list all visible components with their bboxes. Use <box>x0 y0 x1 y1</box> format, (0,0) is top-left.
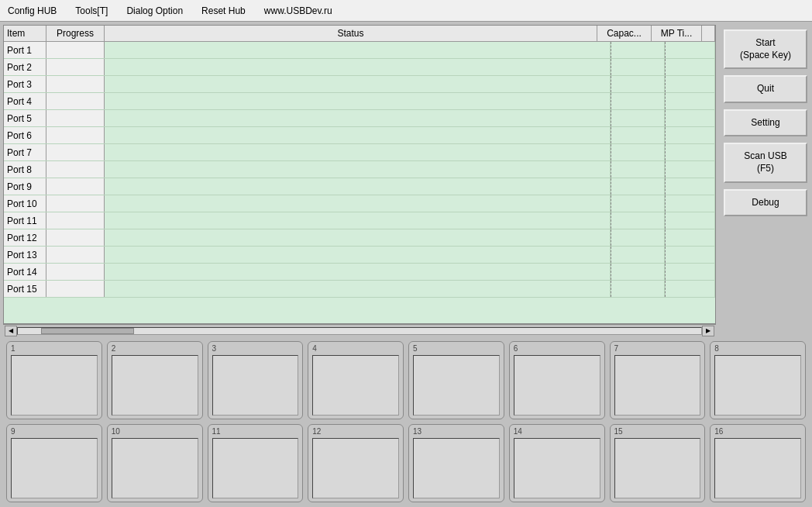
port-inner-2 <box>112 355 198 416</box>
port-inner-7 <box>614 355 701 416</box>
cell-status <box>105 281 611 297</box>
port-number-11: 11 <box>212 427 221 436</box>
port-inner-16 <box>714 438 801 498</box>
table-row[interactable]: Port 5 <box>4 110 715 127</box>
port-cell-4[interactable]: 4 <box>308 341 404 419</box>
port-cell-14[interactable]: 14 <box>509 424 605 502</box>
cell-status <box>105 110 611 126</box>
menu-dialog-option[interactable]: Dialog Option <box>123 4 186 18</box>
cell-status <box>105 42 611 58</box>
table-container: Item Progress Status Capac... MP Ti... P… <box>0 22 719 336</box>
menu-tools[interactable]: Tools[T] <box>72 4 111 18</box>
port-inner-8 <box>714 355 801 416</box>
scan-usb-button[interactable]: Scan USB (F5) <box>724 143 807 182</box>
menu-website[interactable]: www.USBDev.ru <box>261 4 335 18</box>
cell-item: Port 8 <box>4 161 46 178</box>
col-header-progress: Progress <box>46 26 105 41</box>
port-cell-15[interactable]: 15 <box>610 424 706 502</box>
port-cell-16[interactable]: 16 <box>710 424 806 502</box>
cell-capacity <box>611 212 665 229</box>
table-row[interactable]: Port 6 <box>4 127 715 144</box>
col-header-mptime: MP Ti... <box>652 26 702 41</box>
port-row-2: 9 10 11 12 13 14 15 16 <box>6 424 806 502</box>
col-header-capacity: Capac... <box>597 26 652 41</box>
cell-item: Port 7 <box>4 144 46 160</box>
port-number-16: 16 <box>714 427 723 436</box>
port-inner-15 <box>614 438 701 498</box>
cell-mptime <box>665 229 715 246</box>
scroll-left-btn[interactable]: ◀ <box>5 326 17 336</box>
port-cell-10[interactable]: 10 <box>107 424 203 502</box>
menu-reset-hub[interactable]: Reset Hub <box>198 4 249 18</box>
table-row[interactable]: Port 10 <box>4 195 715 212</box>
cell-mptime <box>665 59 715 75</box>
cell-mptime <box>665 76 715 92</box>
cell-item: Port 11 <box>4 212 46 229</box>
port-cell-9[interactable]: 9 <box>6 424 102 502</box>
port-inner-5 <box>413 355 500 416</box>
cell-item: Port 6 <box>4 127 46 143</box>
scroll-thumb[interactable] <box>41 328 134 334</box>
cell-status <box>105 247 611 263</box>
table-row[interactable]: Port 2 <box>4 59 715 76</box>
cell-capacity <box>611 195 665 212</box>
horizontal-scrollbar[interactable]: ◀ ▶ <box>3 324 716 336</box>
quit-button[interactable]: Quit <box>724 75 807 103</box>
port-cell-1[interactable]: 1 <box>6 341 102 419</box>
cell-progress <box>46 247 105 263</box>
port-cell-5[interactable]: 5 <box>408 341 504 419</box>
main-area: Item Progress Status Capac... MP Ti... P… <box>0 22 812 336</box>
cell-item: Port 2 <box>4 59 46 75</box>
scroll-right-btn[interactable]: ▶ <box>702 326 714 336</box>
table-row[interactable]: Port 12 <box>4 229 715 247</box>
cell-progress <box>46 195 105 212</box>
table-row[interactable]: Port 13 <box>4 247 715 264</box>
cell-mptime <box>665 127 715 143</box>
table-row[interactable]: Port 8 <box>4 161 715 178</box>
setting-button[interactable]: Setting <box>724 109 807 137</box>
cell-progress <box>46 229 105 246</box>
port-inner-14 <box>514 438 600 498</box>
data-table: Item Progress Status Capac... MP Ti... P… <box>3 25 716 324</box>
cell-status <box>105 195 611 212</box>
table-row[interactable]: Port 9 <box>4 178 715 195</box>
table-row[interactable]: Port 15 <box>4 281 715 298</box>
cell-mptime <box>665 144 715 160</box>
cell-capacity <box>611 93 665 109</box>
cell-capacity <box>611 110 665 126</box>
cell-item: Port 9 <box>4 178 46 195</box>
port-cell-13[interactable]: 13 <box>408 424 504 502</box>
cell-progress <box>46 42 105 58</box>
port-number-9: 9 <box>11 427 15 436</box>
table-row[interactable]: Port 14 <box>4 264 715 281</box>
port-number-6: 6 <box>514 344 518 354</box>
port-cell-2[interactable]: 2 <box>107 341 203 419</box>
port-number-4: 4 <box>312 344 317 354</box>
port-cell-8[interactable]: 8 <box>710 341 806 419</box>
table-body[interactable]: Port 1 Port 2 Port 3 Port 4 Port 5 Port … <box>4 42 715 323</box>
port-inner-10 <box>112 438 198 498</box>
cell-status <box>105 76 611 92</box>
col-header-scroll <box>702 26 715 41</box>
port-cell-3[interactable]: 3 <box>208 341 304 419</box>
port-cell-11[interactable]: 11 <box>208 424 304 502</box>
scroll-track[interactable] <box>17 327 702 335</box>
cell-mptime <box>665 42 715 58</box>
port-cell-12[interactable]: 12 <box>308 424 404 502</box>
table-row[interactable]: Port 1 <box>4 42 715 59</box>
port-cell-6[interactable]: 6 <box>509 341 605 419</box>
table-row[interactable]: Port 4 <box>4 93 715 110</box>
table-row[interactable]: Port 7 <box>4 144 715 161</box>
cell-status <box>105 161 611 178</box>
table-row[interactable]: Port 11 <box>4 212 715 229</box>
cell-capacity <box>611 264 665 280</box>
cell-mptime <box>665 93 715 109</box>
port-number-10: 10 <box>112 427 120 436</box>
menu-config-hub[interactable]: Config HUB <box>5 4 60 18</box>
table-row[interactable]: Port 3 <box>4 76 715 93</box>
port-cell-7[interactable]: 7 <box>610 341 706 419</box>
start-button[interactable]: Start (Space Key) <box>724 29 807 69</box>
cell-item: Port 1 <box>4 42 46 58</box>
debug-button[interactable]: Debug <box>724 189 807 217</box>
cell-item: Port 5 <box>4 110 46 126</box>
